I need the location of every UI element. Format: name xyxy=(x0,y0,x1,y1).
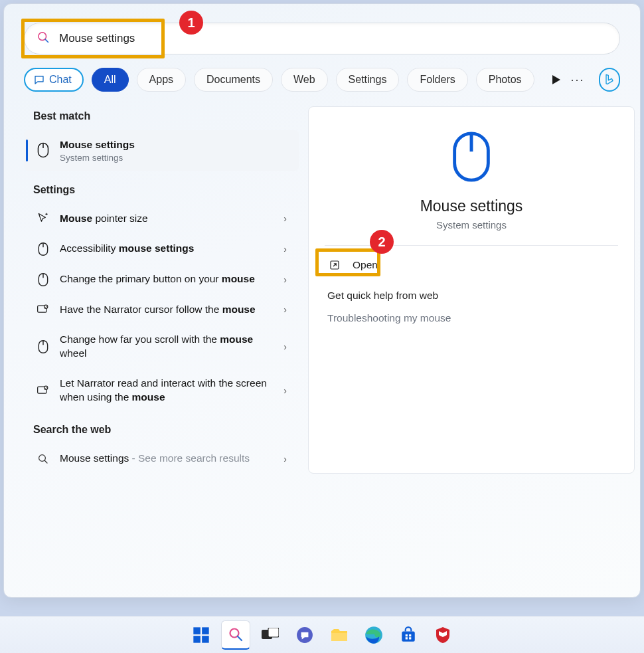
svg-line-24 xyxy=(238,636,242,640)
taskbar-explorer[interactable] xyxy=(325,620,354,650)
svg-rect-32 xyxy=(409,634,411,636)
search-icon xyxy=(36,453,50,465)
tab-folders[interactable]: Folders xyxy=(407,68,467,92)
taskbar xyxy=(0,616,644,653)
best-match-header: Best match xyxy=(33,110,299,122)
taskbar-edge[interactable] xyxy=(359,620,388,650)
filter-tabs: Chat All Apps Documents Web Settings Fol… xyxy=(24,66,620,93)
settings-result-scroll-wheel[interactable]: Change how far you scroll with the mouse… xyxy=(24,325,299,369)
mouse-icon xyxy=(451,131,491,185)
chevron-right-icon: › xyxy=(283,454,287,464)
narrator-icon xyxy=(36,304,50,316)
tab-all[interactable]: All xyxy=(92,68,129,92)
settings-result-accessibility-mouse[interactable]: Accessibility mouse settings › xyxy=(24,234,299,264)
chevron-right-icon: › xyxy=(283,341,287,352)
svg-rect-22 xyxy=(202,636,209,643)
mouse-icon xyxy=(36,339,50,354)
svg-rect-31 xyxy=(406,634,408,636)
annotation-badge-2: 2 xyxy=(370,230,394,254)
chevron-right-icon: › xyxy=(283,385,287,396)
chevron-right-icon: › xyxy=(283,213,287,224)
search-bar-container: Mouse settings 1 xyxy=(24,23,620,54)
tab-web[interactable]: Web xyxy=(281,68,328,92)
tab-documents[interactable]: Documents xyxy=(194,68,273,92)
taskbar-start[interactable] xyxy=(187,620,216,650)
preview-hero: Mouse settings System settings xyxy=(309,107,634,245)
svg-rect-28 xyxy=(331,633,347,641)
mouse-icon xyxy=(36,142,50,158)
preview-pane: Mouse settings System settings Open 2 Ge… xyxy=(308,106,635,474)
settings-result-pointer-size[interactable]: Mouse pointer size › xyxy=(24,204,299,234)
preview-subtitle: System settings xyxy=(436,219,507,231)
settings-result-primary-button[interactable]: Change the primary button on your mouse … xyxy=(24,264,299,295)
taskbar-chat[interactable] xyxy=(290,620,319,650)
pointer-icon xyxy=(36,212,50,225)
preview-title: Mouse settings xyxy=(420,197,523,215)
search-input[interactable]: Mouse settings xyxy=(24,23,620,54)
search-query-text: Mouse settings xyxy=(59,32,135,45)
svg-rect-26 xyxy=(268,628,279,637)
settings-result-narrator-follow[interactable]: Have the Narrator cursor follow the mous… xyxy=(24,295,299,325)
tab-photos[interactable]: Photos xyxy=(476,68,534,92)
open-label: Open xyxy=(353,259,378,271)
search-icon xyxy=(37,31,50,47)
annotation-badge-1: 1 xyxy=(179,11,203,35)
svg-line-15 xyxy=(44,460,47,463)
search-web-header: Search the web xyxy=(33,424,299,436)
tab-chat-label: Chat xyxy=(49,74,72,86)
best-match-result[interactable]: Mouse settings System settings xyxy=(24,130,299,171)
open-button[interactable]: Open xyxy=(321,252,622,278)
mouse-icon xyxy=(36,272,50,287)
taskbar-search[interactable] xyxy=(221,620,250,650)
settings-section-header: Settings xyxy=(33,184,299,196)
web-help-header: Get quick help from web xyxy=(321,278,622,306)
svg-line-1 xyxy=(45,39,48,42)
open-icon xyxy=(327,259,342,271)
chevron-right-icon: › xyxy=(283,244,287,254)
tab-apps[interactable]: Apps xyxy=(137,68,186,92)
narrator-icon xyxy=(36,385,50,397)
tab-chat[interactable]: Chat xyxy=(24,68,84,92)
settings-result-narrator-read[interactable]: Let Narrator read and interact with the … xyxy=(24,369,299,413)
svg-rect-21 xyxy=(193,636,201,643)
chevron-right-icon: › xyxy=(283,274,287,285)
results-left-column: Best match Mouse settings System setting… xyxy=(24,106,299,474)
web-result-more[interactable]: Mouse settings - See more search results… xyxy=(24,444,299,474)
svg-rect-19 xyxy=(193,627,201,634)
svg-rect-33 xyxy=(406,637,408,639)
mouse-icon xyxy=(36,242,50,256)
chevron-right-icon: › xyxy=(283,304,287,315)
taskbar-taskview[interactable] xyxy=(256,620,285,650)
bing-icon[interactable] xyxy=(599,68,620,92)
tab-settings[interactable]: Settings xyxy=(336,68,400,92)
search-panel: Mouse settings 1 Chat All Apps Documents… xyxy=(3,3,641,598)
more-icon[interactable]: ··· xyxy=(570,72,584,87)
web-help-item[interactable]: Troubleshooting my mouse xyxy=(321,306,622,331)
svg-rect-34 xyxy=(409,637,411,639)
taskbar-store[interactable] xyxy=(394,620,423,650)
svg-rect-20 xyxy=(202,627,209,634)
play-icon[interactable] xyxy=(550,72,563,87)
taskbar-mcafee[interactable] xyxy=(428,620,457,650)
svg-rect-30 xyxy=(402,631,415,641)
